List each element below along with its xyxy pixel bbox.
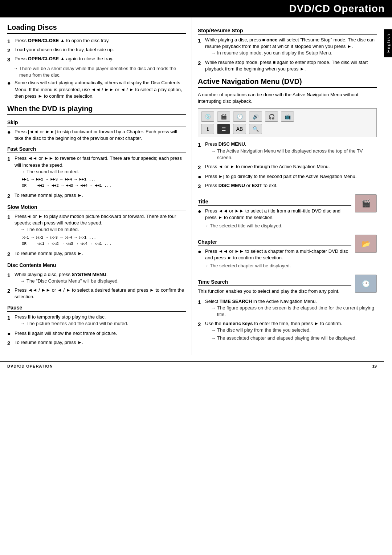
time-search-arrow-3: → The associated chapter and elapsed pla… — [211, 335, 356, 341]
content-area: Loading Discs 1 Press OPEN/CLOSE ▲ to op… — [0, 17, 384, 355]
time-search-description: This function enables you to select and … — [198, 288, 351, 295]
time-search-thumbnail: 🕐 — [355, 275, 377, 293]
slow-motion-step-2: 2 To resume normal play, press ►. — [7, 250, 186, 258]
pause-arrow-1: → The picture freezes and the sound will… — [20, 320, 128, 327]
nav-icon-clock: 🕐 — [233, 112, 246, 122]
time-search-subtitle: Time Search — [198, 279, 351, 286]
skip-subsection: Skip ● Press |◄◄ or ►►| to skip backward… — [7, 119, 186, 142]
disc-contents-step-1: 1 While playing a disc, press SYSTEM MEN… — [7, 271, 186, 285]
nav-icon-disc: 💿 — [201, 112, 214, 122]
left-column: Loading Discs 1 Press OPEN/CLOSE ▲ to op… — [0, 17, 192, 355]
title-bullet: ● Press ◄◄ or ►► to select a title from … — [198, 208, 351, 221]
footer-page: 19 — [372, 364, 377, 368]
fast-search-subsection: Fast Search 1 Press ◄◄ or ►► to reverse … — [7, 146, 186, 200]
nav-icon-film: 🎬 — [217, 112, 230, 122]
title-subsection: Title ● Press ◄◄ or ►► to select a title… — [198, 194, 377, 230]
nav-icon-menu: ☰ — [217, 124, 230, 134]
loading-step-2: 2 Load your chosen disc in the tray, lab… — [7, 46, 186, 54]
active-nav-arrow-1: → The Active Navigation Menu will be dis… — [211, 148, 377, 161]
stop-resume-subtitle: Stop/Resume Stop — [198, 28, 377, 35]
title-subtitle: Title — [198, 199, 351, 206]
stop-resume-subsection: Stop/Resume Stop 1 While playing a disc,… — [198, 28, 377, 72]
pause-step-2: 2 To resume normal play, press ►. — [7, 339, 186, 347]
pause-bullet-1: ● Press II again will show the next fram… — [7, 330, 186, 338]
slow-motion-subsection: Slow Motion 1 Press◄ or ► to play slow m… — [7, 204, 186, 258]
active-nav-step-1: 1 Press DISC MENU. → The Active Navigati… — [198, 141, 377, 162]
chapter-thumbnail: 📂 — [355, 235, 377, 253]
title-arrow-1: → The selected title will be displayed. — [204, 223, 351, 229]
nav-icon-ab: AB — [233, 124, 246, 134]
nav-icons-row-1: 💿 🎬 🕐 🔊 🎧 📺 — [201, 112, 373, 122]
fast-search-subtitle: Fast Search — [7, 146, 186, 153]
slow-motion-arrow-1: → The sound will be muted. — [20, 226, 186, 233]
disc-contents-arrow-1: → The "Disc Contents Menu" will be displ… — [20, 278, 119, 284]
header-title: DVD/CD Operation — [289, 3, 385, 14]
skip-bullet: ● Press |◄◄ or ►►| to skip backward or f… — [7, 129, 186, 142]
active-nav-step-3: 3 Press DISC MENU or EXIT to exit. — [198, 182, 377, 190]
active-nav-step-2: 2 Press ◄ or ► to move through the Activ… — [198, 163, 377, 171]
chapter-bullet: ● Press ◄◄ or ►► to select a chapter fro… — [198, 248, 351, 261]
loading-step-3: 3 Press OPEN/CLOSE ▲ again to close the … — [7, 56, 186, 63]
stop-resume-step-1: 1 While playing a disc, press ■ once wil… — [198, 37, 377, 58]
page-header: DVD/CD Operation — [0, 0, 392, 17]
loading-discs-section: Loading Discs 1 Press OPEN/CLOSE ▲ to op… — [7, 23, 186, 100]
time-search-arrow-2: → The disc will play from the time you s… — [211, 327, 356, 333]
chapter-arrow-1: → The selected chapter will be displayed… — [204, 263, 351, 269]
chapter-subsection: Chapter ● Press ◄◄ or ►► to select a cha… — [198, 235, 377, 271]
skip-subtitle: Skip — [7, 119, 186, 126]
nav-icon-search: 🔍 — [249, 124, 262, 134]
pause-step-1: 1 Press II to temporarily stop playing t… — [7, 314, 186, 328]
stop-resume-step-2: 2 While resume stop mode, press ■ again … — [198, 59, 377, 72]
disc-contents-step-2: 2 Press ◄◄ / ►► or ◄ / ► to select a des… — [7, 287, 186, 300]
footer-label: DVD/CD Operation — [7, 364, 53, 368]
fast-search-seq: ►►1 → ►►2 → ►►3 → ►►4 → ►►1 ... OR ◄◄1 →… — [22, 177, 186, 189]
dvd-playing-title: When the DVD is playing — [7, 105, 186, 115]
fast-search-step-2: 2 To resume normal play, press ►. — [7, 192, 186, 200]
slow-motion-step-1: 1 Press◄ or ► to play slow motion pictur… — [7, 213, 186, 249]
nav-icon-headphone: 🎧 — [265, 112, 278, 122]
nav-icon-info: ℹ — [201, 124, 214, 134]
nav-icons-row-2: ℹ ☰ AB 🔍 — [201, 124, 373, 134]
side-tab-english: English — [384, 29, 392, 57]
time-search-arrow-1: → The figure appears on the screen is th… — [211, 305, 377, 318]
nav-icon-screen: 📺 — [281, 112, 294, 122]
pause-subsection: Pause 1 Press II to temporarily stop pla… — [7, 305, 186, 347]
disc-contents-subsection: Disc Contents Menu 1 While playing a dis… — [7, 262, 186, 300]
loading-discs-title: Loading Discs — [7, 23, 186, 34]
chapter-subtitle: Chapter — [198, 239, 351, 246]
nav-icon-speaker: 🔊 — [249, 112, 262, 122]
time-search-step-2: 2 Use the numeric keys to enter the time… — [198, 320, 377, 343]
loading-arrow-1: → There will be a short delay while the … — [13, 65, 186, 78]
loading-bullet-1: ● Some discs will start playing automati… — [7, 80, 186, 100]
slow-motion-seq: ▷▷1 → ▷▷2 → ▷▷3 → ▷▷4 → ▷▷1 ... OR ◁◁1 →… — [22, 235, 186, 247]
time-search-subsection: Time Search This function enables you to… — [198, 275, 377, 342]
active-nav-description: A number of operations can be done with … — [198, 92, 377, 105]
right-column: Stop/Resume Stop 1 While playing a disc,… — [192, 17, 384, 355]
nav-icons-area: 💿 🎬 🕐 🔊 🎧 📺 ℹ ☰ AB 🔍 — [198, 108, 377, 137]
time-search-step-1: 1 Select TIME SEARCH in the Active Navig… — [198, 298, 377, 319]
stop-resume-arrow-1: → In resume stop mode, you can display t… — [211, 50, 377, 56]
active-nav-bullet-1: ● Press ►| to go directly to the second … — [198, 173, 377, 181]
dvd-playing-section: When the DVD is playing Skip ● Press |◄◄… — [7, 105, 186, 347]
fast-search-arrow-1: → The sound will be muted. — [20, 169, 186, 175]
page-footer: DVD/CD Operation 19 — [0, 361, 384, 370]
loading-step-1: 1 Press OPEN/CLOSE ▲ to open the disc tr… — [7, 37, 186, 45]
pause-subtitle: Pause — [7, 305, 186, 312]
disc-contents-subtitle: Disc Contents Menu — [7, 262, 186, 269]
title-thumbnail: 🎬 — [355, 194, 377, 212]
active-nav-title: Active Navigation Menu (DVD) — [198, 77, 377, 88]
active-nav-section: Active Navigation Menu (DVD) A number of… — [198, 77, 377, 190]
fast-search-step-1: 1 Press ◄◄ or ►► to reverse or fast forw… — [7, 155, 186, 191]
loading-steps-list: 1 Press OPEN/CLOSE ▲ to open the disc tr… — [7, 37, 186, 63]
slow-motion-subtitle: Slow Motion — [7, 204, 186, 211]
